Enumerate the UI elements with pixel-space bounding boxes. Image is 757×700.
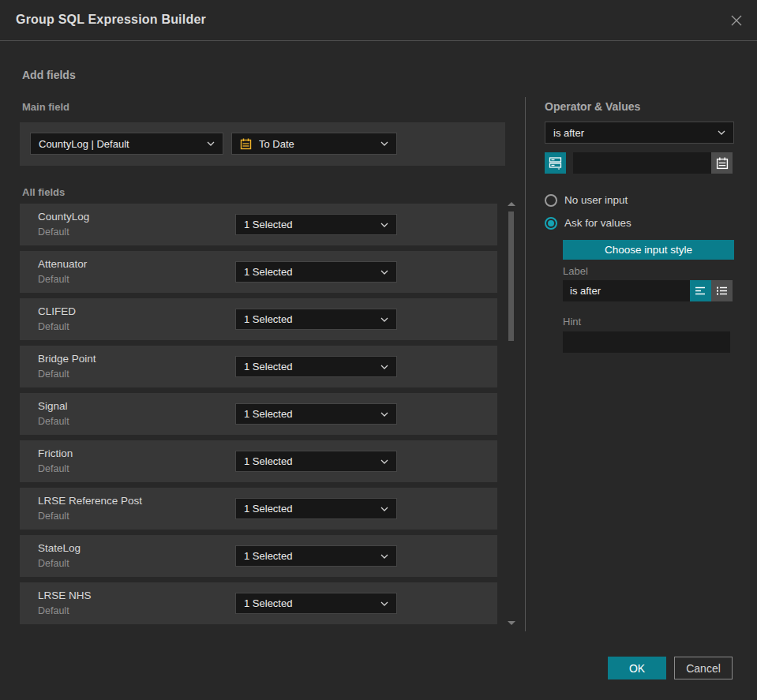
- radio-icon-selected: [545, 217, 557, 230]
- selected-values-dropdown[interactable]: 1 Selected: [235, 451, 397, 472]
- chevron-down-icon: [380, 459, 388, 464]
- selected-values-dropdown[interactable]: 1 Selected: [235, 498, 397, 519]
- cancel-button[interactable]: Cancel: [674, 657, 733, 679]
- field-name: LRSE NHS: [38, 590, 92, 601]
- field-name: CLIFED: [38, 305, 76, 317]
- selected-values-text: 1 Selected: [244, 361, 374, 372]
- field-name: Friction: [38, 447, 73, 459]
- chevron-down-icon: [380, 223, 388, 227]
- selected-values-dropdown[interactable]: 1 Selected: [235, 261, 397, 283]
- ok-button[interactable]: OK: [608, 657, 666, 679]
- selected-values-text: 1 Selected: [244, 597, 374, 609]
- field-subtitle: Default: [38, 511, 69, 522]
- date-field-select[interactable]: To Date: [231, 133, 397, 155]
- dialog-title: Group SQL Expression Builder: [16, 13, 206, 27]
- close-icon: [729, 13, 744, 28]
- field-name: StateLog: [38, 542, 81, 554]
- chevron-down-icon: [380, 317, 388, 322]
- selected-values-dropdown[interactable]: 1 Selected: [235, 214, 397, 235]
- value-input[interactable]: [573, 152, 711, 174]
- radio-label: Ask for values: [564, 217, 631, 229]
- selected-values-dropdown[interactable]: 1 Selected: [235, 403, 397, 425]
- field-name: Bridge Point: [38, 353, 96, 365]
- field-subtitle: Default: [38, 558, 69, 569]
- chevron-down-icon: [207, 141, 215, 146]
- list-style-button[interactable]: [711, 280, 733, 301]
- unique-values-button[interactable]: [545, 152, 566, 174]
- field-row: Friction Default 1 Selected: [20, 440, 497, 482]
- align-left-icon: [695, 286, 707, 297]
- field-name: CountyLog: [38, 211, 89, 223]
- scrollbar-up-arrow-icon[interactable]: [508, 202, 515, 206]
- selected-values-text: 1 Selected: [244, 313, 374, 325]
- all-fields-label: All fields: [22, 186, 65, 198]
- hint-input[interactable]: [563, 331, 730, 353]
- selected-values-text: 1 Selected: [244, 219, 374, 230]
- scrollbar-thumb[interactable]: [508, 211, 514, 341]
- selected-values-dropdown[interactable]: 1 Selected: [235, 309, 397, 330]
- operator-values-heading: Operator & Values: [545, 100, 640, 113]
- panel-divider: [525, 97, 526, 631]
- selected-values-text: 1 Selected: [244, 455, 374, 467]
- radio-ask-for-values[interactable]: Ask for values: [545, 216, 631, 230]
- operator-select[interactable]: is after: [545, 122, 734, 144]
- calendar-icon: [716, 157, 729, 170]
- radio-no-user-input[interactable]: No user input: [545, 193, 628, 207]
- field-subtitle: Default: [38, 321, 69, 332]
- hint-caption: Hint: [563, 316, 581, 328]
- field-row: Attenuator Default 1 Selected: [20, 251, 497, 293]
- label-input[interactable]: [563, 280, 690, 301]
- bulleted-list-icon: [716, 286, 729, 297]
- field-subtitle: Default: [38, 463, 69, 474]
- field-subtitle: Default: [38, 605, 69, 616]
- field-row: StateLog Default 1 Selected: [20, 535, 497, 577]
- field-subtitle: Default: [38, 226, 69, 238]
- field-subtitle: Default: [38, 369, 69, 380]
- main-field-select-value: CountyLog | Default: [39, 138, 200, 150]
- field-row: LRSE NHS Default 1 Selected: [20, 582, 497, 624]
- chevron-down-icon: [718, 130, 725, 135]
- main-field-select[interactable]: CountyLog | Default: [30, 133, 223, 155]
- main-field-label: Main field: [22, 101, 69, 113]
- add-fields-heading: Add fields: [22, 69, 76, 81]
- selected-values-text: 1 Selected: [244, 408, 374, 420]
- titlebar-divider: [0, 40, 757, 41]
- scrollbar-down-arrow-icon[interactable]: [508, 621, 515, 625]
- field-subtitle: Default: [38, 416, 69, 427]
- single-line-style-button[interactable]: [690, 280, 711, 301]
- chevron-down-icon: [380, 507, 388, 511]
- selected-values-dropdown[interactable]: 1 Selected: [235, 593, 397, 614]
- radio-label: No user input: [564, 194, 628, 206]
- label-caption: Label: [563, 265, 588, 277]
- field-subtitle: Default: [38, 274, 69, 285]
- field-row: Signal Default 1 Selected: [20, 393, 497, 435]
- chevron-down-icon: [380, 141, 388, 146]
- selected-values-text: 1 Selected: [244, 550, 374, 562]
- stacked-values-icon: [549, 156, 562, 170]
- operator-select-value: is after: [553, 127, 711, 139]
- selected-values-dropdown[interactable]: 1 Selected: [235, 545, 397, 567]
- date-field-select-value: To Date: [259, 138, 374, 150]
- close-button[interactable]: [727, 11, 746, 30]
- selected-values-text: 1 Selected: [244, 266, 374, 278]
- selected-values-dropdown[interactable]: 1 Selected: [235, 356, 397, 377]
- field-name: Signal: [38, 400, 68, 412]
- group-sql-expression-builder-dialog: Group SQL Expression Builder Add fields …: [0, 0, 757, 700]
- chevron-down-icon: [380, 365, 388, 369]
- calendar-picker-button[interactable]: [711, 152, 733, 174]
- chevron-down-icon: [380, 554, 388, 559]
- field-list-scrollbar[interactable]: [506, 199, 516, 630]
- chevron-down-icon: [380, 412, 388, 417]
- radio-icon: [545, 194, 557, 207]
- main-field-panel: CountyLog | Default To Date: [20, 122, 505, 166]
- field-row: Bridge Point Default 1 Selected: [20, 346, 497, 387]
- field-row: LRSE Reference Post Default 1 Selected: [20, 488, 497, 530]
- dialog-titlebar: Group SQL Expression Builder: [0, 0, 757, 41]
- calendar-icon: [240, 138, 252, 150]
- field-name: Attenuator: [38, 258, 87, 270]
- field-name: LRSE Reference Post: [38, 495, 142, 507]
- chevron-down-icon: [380, 601, 388, 606]
- choose-input-style-button[interactable]: Choose input style: [563, 240, 734, 260]
- field-row: CountyLog Default 1 Selected: [20, 204, 497, 245]
- field-row: CLIFED Default 1 Selected: [20, 298, 497, 340]
